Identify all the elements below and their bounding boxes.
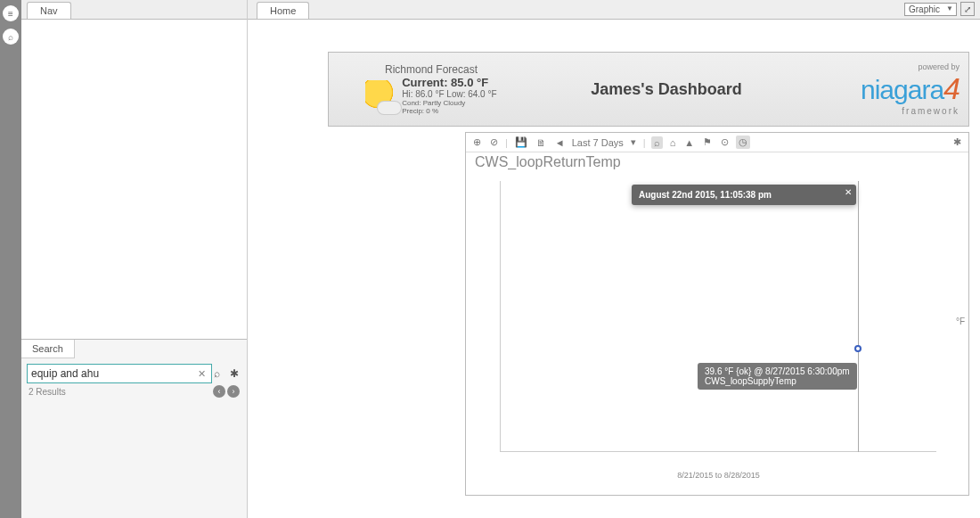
fullscreen-icon[interactable]: ⤢ (960, 2, 975, 16)
tab-search[interactable]: Search (21, 340, 75, 358)
chart-save-icon[interactable]: 💾 (513, 136, 529, 148)
chart-zoom-icon[interactable]: ⌕ (651, 136, 663, 149)
dashboard-header: Richmond Forecast Current: 85.0 °F Hi: 8… (328, 52, 969, 127)
chart-range-dropdown-icon[interactable]: ▾ (629, 136, 638, 148)
chart-cursor-line (858, 181, 859, 452)
chart-clock-icon[interactable]: ◷ (736, 136, 750, 149)
tooltip-close-icon[interactable]: ✕ (845, 187, 852, 197)
forecast-title: Richmond Forecast (338, 63, 525, 76)
main-tabbar: Home (248, 0, 980, 20)
chart-tooltip-2: 39.6 °F {ok} @ 8/27/2015 6:30:00pm CWS_l… (698, 363, 857, 390)
chart-export-icon[interactable]: 🗎 (535, 137, 548, 148)
dashboard: Richmond Forecast Current: 85.0 °F Hi: 8… (328, 52, 969, 496)
chart-flag-icon[interactable]: ⚑ (701, 136, 714, 148)
brand-logo: powered by niagara4 framework (808, 62, 960, 116)
clear-icon[interactable]: ✕ (198, 368, 206, 380)
gauge-column (328, 132, 460, 496)
chart-toolbar: ⊕ ⊘ | 💾 🗎 ◄ Last 7 Days ▾ | ⌕ ⌂ ▲ ⚑ ⊙ ◷ (466, 133, 968, 152)
tab-home[interactable]: Home (257, 2, 309, 19)
chart-tooltip: ✕ August 22nd 2015, 11:05:38 pm (632, 185, 856, 205)
search-go-icon[interactable]: ⌕ (209, 366, 224, 381)
menu-icon[interactable]: ≡ (3, 5, 19, 21)
forecast-precip: Precip: 0 % (402, 107, 496, 115)
nav-tabbar: Nav (21, 0, 247, 20)
x-axis-range: 8/21/2015 to 8/28/2015 (501, 471, 936, 480)
chart-target-icon[interactable]: ⊙ (719, 136, 731, 148)
tooltip-time: August 22nd 2015, 11:05:38 pm (639, 190, 849, 200)
chart-widget: ⊕ ⊘ | 💾 🗎 ◄ Last 7 Days ▾ | ⌕ ⌂ ▲ ⚑ ⊙ ◷ (465, 132, 969, 496)
forecast-widget: Richmond Forecast Current: 85.0 °F Hi: 8… (338, 63, 525, 115)
forecast-hilo: Hi: 86.0 °F Low: 64.0 °F (402, 89, 496, 99)
weather-icon (365, 80, 396, 111)
forecast-cond: Cond: Partly Cloudy (402, 99, 496, 107)
nav-panel: Nav Search ✕ ⌕ ✱ 2 Results ‹› (21, 0, 248, 518)
chart-range-prev-icon[interactable]: ◄ (553, 137, 567, 148)
search-icon[interactable]: ⌕ (3, 29, 19, 45)
main-area: Home Graphic ⤢ Richmond Forecast Current… (248, 0, 980, 518)
chart-marker (854, 345, 862, 352)
tooltip2-line2: CWS_loopSupplyTemp (705, 376, 850, 386)
dashboard-title: James's Dashboard (525, 80, 808, 99)
tooltip2-line1: 39.6 °F {ok} @ 8/27/2015 6:30:00pm (705, 366, 850, 376)
chart-home-icon[interactable]: ⌂ (668, 137, 678, 148)
view-dropdown[interactable]: Graphic (904, 3, 957, 16)
powered-by: powered by (808, 62, 960, 71)
left-rail: ≡ ⌕ (0, 0, 21, 518)
forecast-current: Current: 85.0 °F (402, 76, 496, 89)
chart-plot[interactable]: °F 8/21/2015 to 8/28/2015 (500, 181, 936, 452)
chart-add-icon[interactable]: ⊕ (471, 136, 483, 148)
result-prev-icon[interactable]: ‹ (213, 385, 225, 398)
search-input[interactable] (27, 364, 212, 383)
nav-tree[interactable] (21, 20, 247, 339)
search-settings-icon[interactable]: ✱ (227, 366, 241, 381)
chart-settings-icon[interactable]: ✱ (951, 136, 963, 148)
brand-sub: framework (808, 106, 960, 116)
chart-delta-icon[interactable]: ▲ (682, 137, 696, 148)
y-axis-unit: °F (956, 317, 965, 326)
results-count: 2 Results (29, 387, 66, 397)
chart-remove-icon[interactable]: ⊘ (488, 136, 500, 148)
search-pane: Search ✕ ⌕ ✱ 2 Results ‹› (21, 339, 247, 518)
tab-nav[interactable]: Nav (27, 2, 71, 19)
result-next-icon[interactable]: › (227, 385, 240, 398)
chart-range-label[interactable]: Last 7 Days (572, 137, 624, 148)
chart-title: CWS_loopReturnTemp (466, 152, 968, 172)
